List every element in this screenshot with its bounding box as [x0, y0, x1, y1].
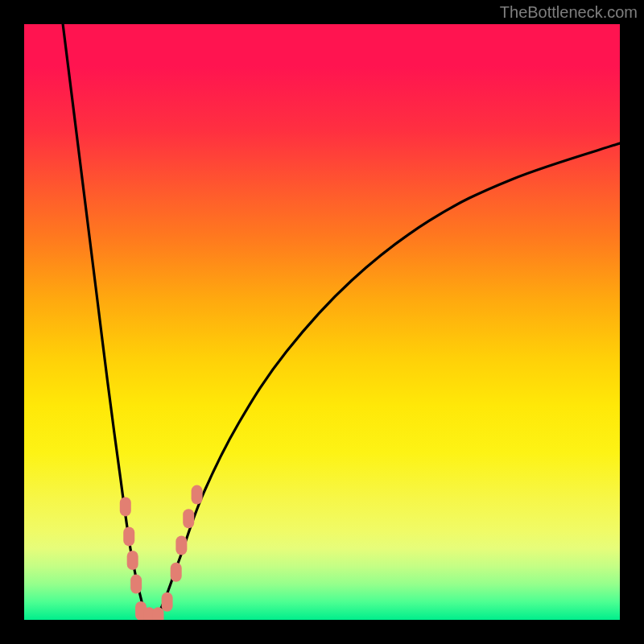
- curve-segment: [63, 24, 149, 620]
- curve-marker: [120, 497, 131, 516]
- curve-marker: [183, 509, 194, 528]
- curve-marker: [127, 551, 138, 570]
- marker-group: [120, 485, 203, 620]
- curve-marker: [175, 536, 187, 555]
- plot-area: [24, 24, 620, 620]
- curve-marker: [153, 607, 164, 620]
- curve-segment: [149, 143, 620, 620]
- chart-frame: TheBottleneck.com: [0, 0, 644, 644]
- curve-marker: [162, 592, 173, 612]
- watermark-text: TheBottleneck.com: [500, 3, 638, 22]
- curve-layer: [24, 24, 620, 620]
- curve-marker: [171, 563, 182, 582]
- curve-marker: [192, 485, 203, 505]
- curve-marker: [123, 526, 134, 546]
- curve-marker: [130, 575, 142, 594]
- bottleneck-curve: [63, 24, 620, 620]
